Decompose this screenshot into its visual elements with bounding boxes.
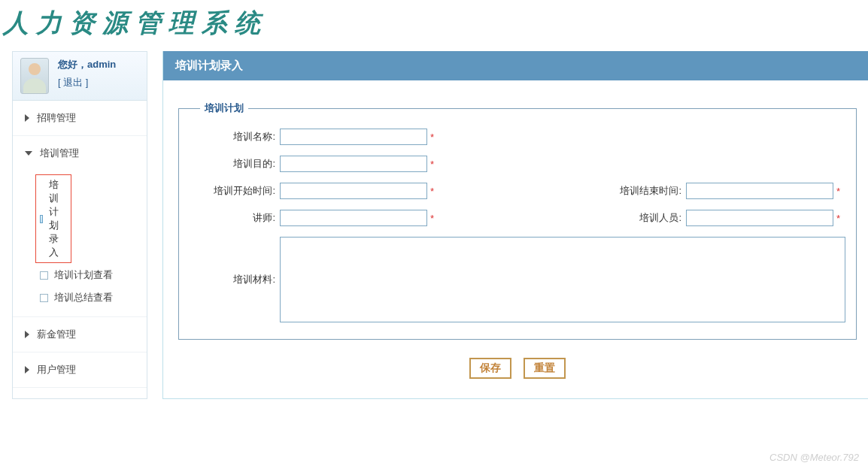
nav-head-salary[interactable]: 薪金管理 xyxy=(13,317,147,352)
fieldset-legend: 培训计划 xyxy=(200,101,248,115)
chevron-right-icon xyxy=(25,366,29,374)
nav-item-training-plan-view[interactable]: 培训计划查看 xyxy=(13,264,147,286)
chevron-down-icon xyxy=(25,151,32,156)
required-mark: * xyxy=(430,159,445,170)
end-time-input[interactable] xyxy=(686,183,833,199)
nav-label: 培训管理 xyxy=(40,147,79,160)
label-start-time: 培训开始时间: xyxy=(190,184,280,198)
nav-item-training-plan-entry[interactable]: 培训计划录入 xyxy=(35,174,71,263)
trainees-input[interactable] xyxy=(686,210,833,226)
required-mark: * xyxy=(836,213,845,224)
nav-label: 薪金管理 xyxy=(37,328,76,341)
nav-item-label: 培训总结查看 xyxy=(54,291,113,304)
avatar xyxy=(20,58,49,94)
reset-button[interactable]: 重置 xyxy=(524,358,566,379)
nav-item-label: 培训计划查看 xyxy=(54,268,113,282)
required-mark: * xyxy=(430,213,445,224)
nav-group-recruit: 招聘管理 xyxy=(13,101,147,136)
start-time-input[interactable] xyxy=(280,183,427,199)
nav-label: 招聘管理 xyxy=(37,111,76,125)
chevron-right-icon xyxy=(25,331,29,338)
material-textarea[interactable] xyxy=(280,237,845,322)
nav-item-label: 培训计划录入 xyxy=(49,178,64,259)
main-panel: 培训计划录入 培训计划 培训名称: * 培训目的: * 培训开始时间: xyxy=(162,51,868,399)
doc-icon xyxy=(40,215,43,223)
label-end-time: 培训结束时间: xyxy=(596,184,686,198)
label-material: 培训材料: xyxy=(190,273,280,286)
user-box: 您好，admin [ 退出 ] xyxy=(13,52,147,101)
nav-head-user[interactable]: 用户管理 xyxy=(13,353,147,387)
app-title: 人力资源管理系统 xyxy=(0,0,868,51)
doc-icon xyxy=(40,294,48,302)
doc-icon xyxy=(40,271,48,280)
nav-sub-training: 培训计划录入 培训计划查看 培训总结查看 xyxy=(13,171,147,316)
required-mark: * xyxy=(430,132,445,143)
nav-group-user: 用户管理 xyxy=(13,353,147,388)
sidebar: 您好，admin [ 退出 ] 招聘管理 培训管理 培训计划录入 xyxy=(12,51,147,399)
required-mark: * xyxy=(430,186,445,197)
nav-group-training: 培训管理 培训计划录入 培训计划查看 培训总结查看 xyxy=(13,136,147,317)
required-mark: * xyxy=(836,186,845,197)
nav-item-training-summary-view[interactable]: 培训总结查看 xyxy=(13,286,147,309)
training-name-input[interactable] xyxy=(280,129,427,145)
nav-head-recruit[interactable]: 招聘管理 xyxy=(13,101,147,135)
nav-head-training[interactable]: 培训管理 xyxy=(13,136,147,171)
fieldset-training-plan: 培训计划 培训名称: * 培训目的: * 培训开始时间: * xyxy=(178,101,857,340)
label-training-purpose: 培训目的: xyxy=(190,157,280,171)
chevron-right-icon xyxy=(25,114,29,122)
nav-label: 用户管理 xyxy=(37,363,76,377)
save-button[interactable]: 保存 xyxy=(469,358,511,379)
label-training-name: 培训名称: xyxy=(190,130,280,144)
training-purpose-input[interactable] xyxy=(280,156,427,172)
lecturer-input[interactable] xyxy=(280,210,427,226)
label-trainees: 培训人员: xyxy=(596,211,686,225)
panel-title: 培训计划录入 xyxy=(163,51,868,80)
watermark: CSDN @Meteor.792 xyxy=(769,452,859,463)
label-lecturer: 讲师: xyxy=(190,211,280,225)
logout-link[interactable]: [ 退出 ] xyxy=(58,76,116,89)
user-greeting: 您好，admin xyxy=(58,58,116,71)
nav-group-salary: 薪金管理 xyxy=(13,317,147,353)
